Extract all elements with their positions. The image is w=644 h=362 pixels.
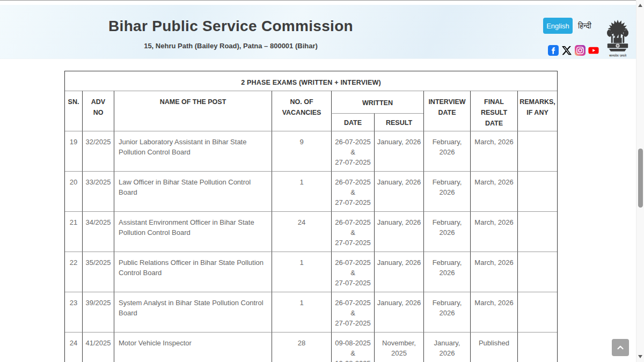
cell-sn: 22 [65,252,82,292]
cell-vacancies: 24 [272,211,331,252]
header-adv-no: ADV NO [82,91,114,131]
header-written: WRITTEN [331,91,423,113]
header-remarks: REMARKS, IF ANY [517,91,557,131]
page-subtitle: 15, Nehru Path (Bailey Road), Patna – 80… [48,42,413,50]
national-emblem: सत्यमेव जयते [605,19,630,62]
youtube-icon[interactable] [588,45,599,56]
cell-post: Law Officer in Bihar State Pollution Con… [114,171,272,211]
header-title-block: Bihar Public Service Commission 15, Nehr… [48,5,413,50]
table-title-row: 2 PHASE EXAMS (WRITTEN + INTERVIEW) [65,71,557,91]
cell-post: Assistant Environment Officer in Bihar S… [114,211,272,252]
cell-vacancies: 1 [272,171,331,211]
cell-sn: 20 [65,171,82,211]
cell-remarks [517,252,557,292]
scrollbar-down-arrow[interactable] [638,355,642,358]
cell-interview-date: February, 2026 [423,211,470,252]
table-row: 2339/2025System Analyst in Bihar State P… [65,292,557,332]
table-header-row: SN. ADV NO NAME OF THE POST NO. OF VACAN… [65,91,557,113]
cell-sn: 23 [65,292,82,332]
cell-written-date: 09-08-2025 & 10-08-2025 [331,332,374,362]
language-hindi-link[interactable]: हिन्दी [578,21,591,31]
cell-adv: 33/2025 [82,171,114,211]
cell-vacancies: 9 [272,131,331,171]
cell-written-result: January, 2026 [374,292,423,332]
scrollbar-up-arrow[interactable] [638,4,642,7]
header-interview-date: INTERVIEW DATE [423,91,470,131]
cell-sn: 19 [65,131,82,171]
cell-vacancies: 1 [272,252,331,292]
instagram-icon[interactable] [575,45,586,56]
social-links [548,45,599,56]
cell-final-result-date: March, 2026 [470,171,517,211]
header-written-date: DATE [331,113,374,131]
cell-final-result-date: March, 2026 [470,292,517,332]
cell-adv: 35/2025 [82,252,114,292]
cell-interview-date: February, 2026 [423,171,470,211]
facebook-icon[interactable] [548,45,559,56]
scrollbar [636,0,644,362]
table-row: 1932/2025Junior Laboratory Assistant in … [65,131,557,171]
cell-post: Public Relations Officer in Bihar State … [114,252,272,292]
cell-adv: 32/2025 [82,131,114,171]
cell-interview-date: February, 2026 [423,131,470,171]
emblem-caption: सत्यमेव जयते [609,54,626,57]
cell-vacancies: 28 [272,332,331,362]
scrollbar-thumb[interactable] [638,149,643,208]
cell-written-date: 26-07-2025 & 27-07-2025 [331,131,374,171]
cell-written-date: 26-07-2025 & 27-07-2025 [331,252,374,292]
cell-written-result: January, 2026 [374,131,423,171]
cell-written-date: 26-07-2025 & 27-07-2025 [331,211,374,252]
cell-final-result-date: March, 2026 [470,211,517,252]
cell-adv: 39/2025 [82,292,114,332]
top-divider [0,0,644,1]
cell-remarks [517,211,557,252]
table-title: 2 PHASE EXAMS (WRITTEN + INTERVIEW) [65,71,557,91]
language-english-button[interactable]: English [543,18,573,34]
cell-post: Junior Laboratory Assistant in Bihar Sta… [114,131,272,171]
cell-interview-date: January, 2026 [423,332,470,362]
exam-schedule-table: 2 PHASE EXAMS (WRITTEN + INTERVIEW) SN. … [64,71,558,362]
cell-written-result: January, 2026 [374,252,423,292]
cell-interview-date: February, 2026 [423,292,470,332]
exam-table-body: 1932/2025Junior Laboratory Assistant in … [65,131,557,362]
cell-final-result-date: March, 2026 [470,131,517,171]
cell-written-result: January, 2026 [374,211,423,252]
back-to-top-button[interactable] [612,339,629,356]
header-written-result: RESULT [374,113,423,131]
cell-remarks [517,131,557,171]
cell-written-result: November, 2025 [374,332,423,362]
cell-adv: 41/2025 [82,332,114,362]
page: Bihar Public Service Commission 15, Nehr… [0,0,644,362]
header-sn: SN. [65,91,82,131]
cell-final-result-date: Published [470,332,517,362]
cell-vacancies: 1 [272,292,331,332]
cell-post: System Analyst in Bihar State Pollution … [114,292,272,332]
header-post: NAME OF THE POST [114,91,272,131]
header-vacancies: NO. OF VACANCIES [272,91,331,131]
table-row: 2033/2025Law Officer in Bihar State Poll… [65,171,557,211]
cell-sn: 24 [65,332,82,362]
table-row: 2441/2025Motor Vehicle Inspector2809-08-… [65,332,557,362]
cell-remarks [517,171,557,211]
header-final-result-date: FINAL RESULT DATE [470,91,517,131]
page-title: Bihar Public Service Commission [48,18,413,35]
cell-adv: 34/2025 [82,211,114,252]
cell-interview-date: February, 2026 [423,252,470,292]
cell-written-result: January, 2026 [374,171,423,211]
x-icon[interactable] [561,45,572,56]
site-header: Bihar Public Service Commission 15, Nehr… [0,5,636,59]
cell-sn: 21 [65,211,82,252]
cell-final-result-date: March, 2026 [470,252,517,292]
table-row: 2134/2025Assistant Environment Officer i… [65,211,557,252]
chevron-up-icon [616,343,625,352]
cell-post: Motor Vehicle Inspector [114,332,272,362]
cell-written-date: 26-07-2025 & 27-07-2025 [331,171,374,211]
cell-remarks [517,292,557,332]
cell-remarks [517,332,557,362]
table-row: 2235/2025Public Relations Officer in Bih… [65,252,557,292]
cell-written-date: 26-07-2025 & 27-07-2025 [331,292,374,332]
